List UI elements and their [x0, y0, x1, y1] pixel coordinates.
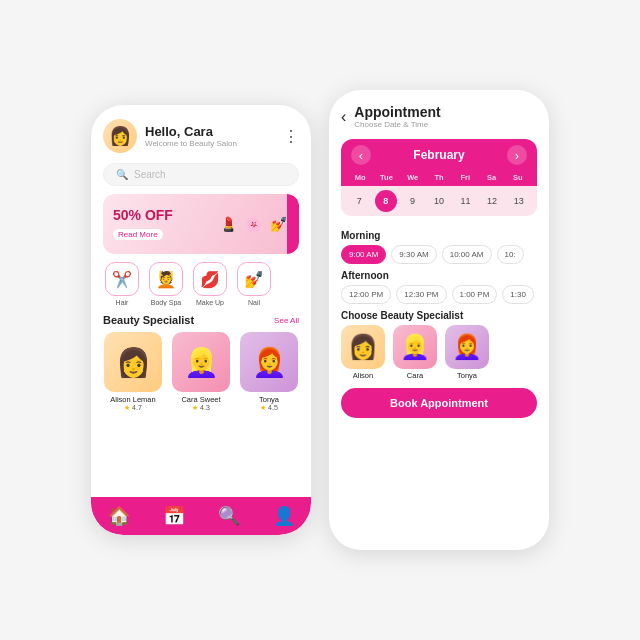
- spec-right-name-tonya: Tonya: [457, 371, 477, 380]
- search-placeholder: Search: [134, 169, 166, 180]
- spec-right-name-alison: Alison: [353, 371, 373, 380]
- banner-visual: 💄 🌸 💅: [217, 213, 289, 235]
- specialist-img-1: 👩: [104, 332, 162, 392]
- nail-icon: 💅: [237, 262, 271, 296]
- makeup-label: Make Up: [196, 299, 224, 306]
- day-mo: Mo: [347, 173, 373, 182]
- spec-right-img-cara: 👱‍♀️: [393, 325, 437, 369]
- category-bodyspa[interactable]: 💆 Body Spa: [147, 262, 185, 306]
- appointment-subtitle: Choose Date & Time: [354, 120, 440, 129]
- cal-date-12[interactable]: 12: [481, 190, 503, 212]
- category-hair[interactable]: ✂️ Hair: [103, 262, 141, 306]
- left-phone: 👩 Hello, Cara Welcome to Beauty Salon ⋮ …: [91, 105, 311, 535]
- specialist-section-title: Beauty Specialist: [103, 314, 194, 326]
- specialist-img-2: 👱‍♀️: [172, 332, 230, 392]
- slot-1030am[interactable]: 10:: [497, 245, 524, 264]
- specialist-row-right: 👩 Alison 👱‍♀️ Cara 👩‍🦰 Tonya: [341, 325, 537, 380]
- search-bar[interactable]: 🔍 Search: [103, 163, 299, 186]
- nav-home-icon[interactable]: 🏠: [108, 505, 130, 527]
- spec-right-alison[interactable]: 👩 Alison: [341, 325, 385, 380]
- day-we: We: [400, 173, 426, 182]
- spec-right-img-alison: 👩: [341, 325, 385, 369]
- slot-1200pm[interactable]: 12:00 PM: [341, 285, 391, 304]
- day-su: Su: [505, 173, 531, 182]
- next-month-button[interactable]: ›: [507, 145, 527, 165]
- day-tu: Tue: [373, 173, 399, 182]
- cal-date-10[interactable]: 10: [428, 190, 450, 212]
- specialist-choose-label: Choose Beauty Specialist: [341, 310, 537, 321]
- user-avatar: 👩: [103, 119, 137, 153]
- spec-right-name-cara: Cara: [407, 371, 423, 380]
- category-makeup[interactable]: 💋 Make Up: [191, 262, 229, 306]
- morning-slots: 9:00 AM 9:30 AM 10:00 AM 10:: [341, 245, 537, 264]
- calendar-dates: 7 8 9 10 11 12 13: [341, 186, 537, 216]
- day-sa: Sa: [478, 173, 504, 182]
- calendar-header: ‹ February ›: [341, 139, 537, 171]
- hair-icon: ✂️: [105, 262, 139, 296]
- greeting-text: Hello, Cara: [145, 124, 237, 139]
- category-nail[interactable]: 💅 Nail: [235, 262, 273, 306]
- slot-930am[interactable]: 9:30 AM: [391, 245, 436, 264]
- calendar-month: February: [413, 148, 464, 162]
- specialist-card-3[interactable]: 👩‍🦰 Tonya ★ 4.5: [239, 332, 299, 412]
- specialist-rating-1: ★ 4.7: [124, 404, 142, 412]
- hair-label: Hair: [116, 299, 129, 306]
- day-fr: Fri: [452, 173, 478, 182]
- read-more-btn[interactable]: Read More: [113, 229, 163, 240]
- cosmetic-icon-1: 💄: [217, 213, 239, 235]
- specialist-name-3: Tonya: [259, 395, 279, 404]
- cosmetic-icon-3: 💅: [267, 213, 289, 235]
- back-button[interactable]: ‹: [341, 108, 346, 126]
- specialist-rating-3: ★ 4.5: [260, 404, 278, 412]
- search-icon: 🔍: [116, 169, 128, 180]
- calendar-days-header: Mo Tue We Th Fri Sa Su: [341, 171, 537, 186]
- specialists-row: 👩 Alison Leman ★ 4.7 👱‍♀️ Cara Sweet ★ 4…: [91, 332, 311, 412]
- menu-dots-icon[interactable]: ⋮: [283, 127, 299, 146]
- specialist-img-3: 👩‍🦰: [240, 332, 298, 392]
- cal-date-7[interactable]: 7: [348, 190, 370, 212]
- prev-month-button[interactable]: ‹: [351, 145, 371, 165]
- bottom-nav: 🏠 📅 🔍 👤: [91, 497, 311, 535]
- promo-banner: 50% OFF Read More 💄 🌸 💅: [103, 194, 299, 254]
- cal-date-8[interactable]: 8: [375, 190, 397, 212]
- afternoon-label: Afternoon: [341, 270, 537, 281]
- see-all-link[interactable]: See All: [274, 316, 299, 325]
- bodyspa-label: Body Spa: [151, 299, 181, 306]
- left-header: 👩 Hello, Cara Welcome to Beauty Salon ⋮: [91, 105, 311, 159]
- nail-label: Nail: [248, 299, 260, 306]
- book-appointment-button[interactable]: Book Appointment: [341, 388, 537, 418]
- nav-explore-icon[interactable]: 🔍: [218, 505, 240, 527]
- specialist-name-2: Cara Sweet: [181, 395, 220, 404]
- spec-right-cara[interactable]: 👱‍♀️ Cara: [393, 325, 437, 380]
- nav-calendar-icon[interactable]: 📅: [163, 505, 185, 527]
- cal-date-13[interactable]: 13: [508, 190, 530, 212]
- cal-date-11[interactable]: 11: [455, 190, 477, 212]
- appointment-title: Appointment: [354, 104, 440, 120]
- discount-text: 50% OFF: [113, 207, 173, 223]
- slot-1000am[interactable]: 10:00 AM: [442, 245, 492, 264]
- greeting-subtitle: Welcome to Beauty Salon: [145, 139, 237, 148]
- spec-right-img-tonya: 👩‍🦰: [445, 325, 489, 369]
- right-phone: ‹ Appointment Choose Date & Time ‹ Febru…: [329, 90, 549, 550]
- specialist-rating-2: ★ 4.3: [192, 404, 210, 412]
- afternoon-slots: 12:00 PM 12:30 PM 1:00 PM 1:30: [341, 285, 537, 304]
- calendar-section: ‹ February › Mo Tue We Th Fri Sa Su 7 8 …: [341, 139, 537, 216]
- nav-profile-icon[interactable]: 👤: [273, 505, 295, 527]
- slot-900am[interactable]: 9:00 AM: [341, 245, 386, 264]
- banner-side-accent: [287, 194, 299, 254]
- spec-right-tonya[interactable]: 👩‍🦰 Tonya: [445, 325, 489, 380]
- bodyspa-icon: 💆: [149, 262, 183, 296]
- slot-1230pm[interactable]: 12:30 PM: [396, 285, 446, 304]
- categories-row: ✂️ Hair 💆 Body Spa 💋 Make Up 💅 Nail: [91, 262, 311, 306]
- cosmetic-icon-2: 🌸: [242, 213, 264, 235]
- specialist-section-header: Beauty Specialist See All: [91, 314, 311, 332]
- specialist-name-1: Alison Leman: [110, 395, 155, 404]
- specialist-card-1[interactable]: 👩 Alison Leman ★ 4.7: [103, 332, 163, 412]
- slot-130pm[interactable]: 1:30: [502, 285, 534, 304]
- cal-date-9[interactable]: 9: [401, 190, 423, 212]
- specialist-card-2[interactable]: 👱‍♀️ Cara Sweet ★ 4.3: [171, 332, 231, 412]
- appointment-header: ‹ Appointment Choose Date & Time: [341, 104, 537, 129]
- slot-100pm[interactable]: 1:00 PM: [452, 285, 498, 304]
- morning-label: Morning: [341, 230, 537, 241]
- makeup-icon: 💋: [193, 262, 227, 296]
